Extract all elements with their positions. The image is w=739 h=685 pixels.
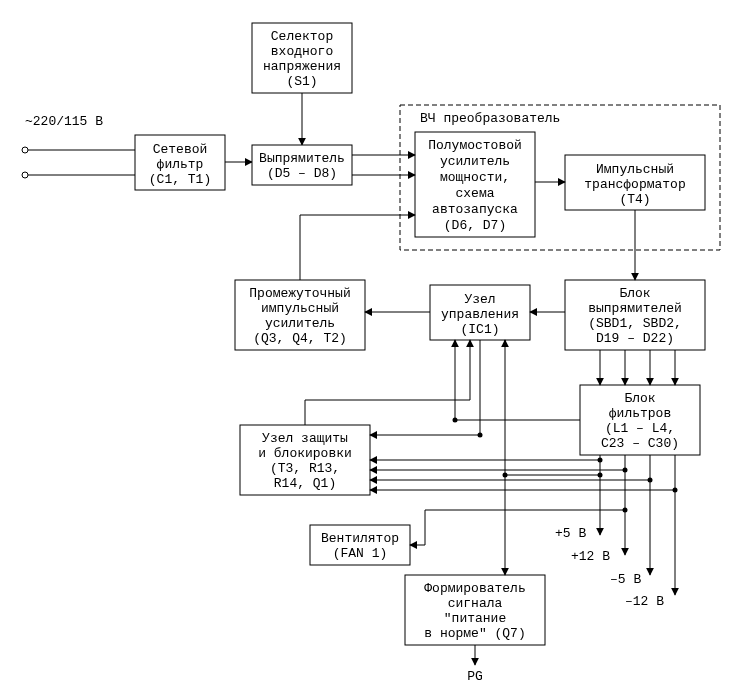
block-fan: Вентилятор (FAN 1) <box>310 525 410 565</box>
hf-group-label: ВЧ преобразователь <box>420 111 560 126</box>
interamp-l3: усилитель <box>265 316 335 331</box>
selector-l2: входного <box>271 44 333 59</box>
output-minus5-label: –5 В <box>610 572 641 587</box>
ctrl-l3: (IC1) <box>460 322 499 337</box>
block-rectifier: Выпрямитель (D5 – D8) <box>252 145 352 185</box>
pg-l4: в норме" (Q7) <box>424 626 525 641</box>
svg-point-36 <box>503 473 508 478</box>
svg-point-34 <box>673 488 678 493</box>
pg-l3: "питание <box>444 611 506 626</box>
rectblock-l1: Блок <box>619 286 650 301</box>
block-pg-former: Формирователь сигнала "питание в норме" … <box>405 575 545 645</box>
svg-point-33 <box>648 478 653 483</box>
protect-l1: Узел защиты <box>262 431 348 446</box>
rectifier-l2: (D5 – D8) <box>267 166 337 181</box>
svg-point-29 <box>598 473 603 478</box>
halfbridge-l6: (D6, D7) <box>444 218 506 233</box>
svg-point-35 <box>623 508 628 513</box>
pg-l2: сигнала <box>448 596 503 611</box>
selector-l4: (S1) <box>286 74 317 89</box>
interamp-l4: (Q3, Q4, T2) <box>253 331 347 346</box>
svg-point-38 <box>453 418 458 423</box>
halfbridge-l5: автозапуска <box>432 202 518 217</box>
output-plus12-label: +12 В <box>571 549 610 564</box>
xfmr-l1: Импульсный <box>596 162 674 177</box>
halfbridge-l2: усилитель <box>440 154 510 169</box>
halfbridge-l4: схема <box>455 186 494 201</box>
rectifier-l1: Выпрямитель <box>259 151 345 166</box>
protect-l3: (T3, R13, <box>270 461 340 476</box>
block-halfbridge: Полумостовой усилитель мощности, схема а… <box>415 132 535 237</box>
fan-l1: Вентилятор <box>321 531 399 546</box>
block-selector: Селектор входного напряжения (S1) <box>252 23 352 93</box>
xfmr-l2: трансформатор <box>584 177 685 192</box>
interamp-l1: Промежуточный <box>249 286 350 301</box>
input-voltage-label: ~220/115 В <box>25 114 103 129</box>
ctrl-l1: Узел <box>464 292 495 307</box>
filter-l2: фильтр <box>157 157 204 172</box>
block-line-filter: Сетевой фильтр (C1, T1) <box>135 135 225 190</box>
filter-l1: Сетевой <box>153 142 208 157</box>
protect-l4: R14, Q1) <box>274 476 336 491</box>
svg-point-37 <box>478 433 483 438</box>
output-pg-label: PG <box>467 669 483 684</box>
selector-l1: Селектор <box>271 29 333 44</box>
rectblock-l4: D19 – D22) <box>596 331 674 346</box>
filter-l3: (C1, T1) <box>149 172 211 187</box>
filtblock-l2: фильтров <box>609 406 671 421</box>
block-control: Узел управления (IC1) <box>430 285 530 340</box>
input-terminal-neutral <box>22 172 28 178</box>
output-plus5-label: +5 В <box>555 526 586 541</box>
block-protection: Узел защиты и блокировки (T3, R13, R14, … <box>240 425 370 495</box>
input-terminal-line <box>22 147 28 153</box>
interamp-l2: импульсный <box>261 301 339 316</box>
filtblock-l1: Блок <box>624 391 655 406</box>
block-output-filters: Блок фильтров (L1 – L4, C23 – C30) <box>580 385 700 455</box>
halfbridge-l3: мощности, <box>440 170 510 185</box>
svg-point-31 <box>598 458 603 463</box>
xfmr-l3: (T4) <box>619 192 650 207</box>
filtblock-l4: C23 – C30) <box>601 436 679 451</box>
halfbridge-l1: Полумостовой <box>428 138 522 153</box>
fan-l2: (FAN 1) <box>333 546 388 561</box>
pg-l1: Формирователь <box>424 581 525 596</box>
output-minus12-label: –12 В <box>625 594 664 609</box>
block-output-rectifiers: Блок выпрямителей (SBD1, SBD2, D19 – D22… <box>565 280 705 350</box>
rectblock-l2: выпрямителей <box>588 301 682 316</box>
block-intermediate-amp: Промежуточный импульсный усилитель (Q3, … <box>235 280 365 350</box>
rectblock-l3: (SBD1, SBD2, <box>588 316 682 331</box>
ctrl-l2: управления <box>441 307 519 322</box>
protect-l2: и блокировки <box>258 446 352 461</box>
svg-point-32 <box>623 468 628 473</box>
block-pulse-transformer: Импульсный трансформатор (T4) <box>565 155 705 210</box>
selector-l3: напряжения <box>263 59 341 74</box>
filtblock-l3: (L1 – L4, <box>605 421 675 436</box>
